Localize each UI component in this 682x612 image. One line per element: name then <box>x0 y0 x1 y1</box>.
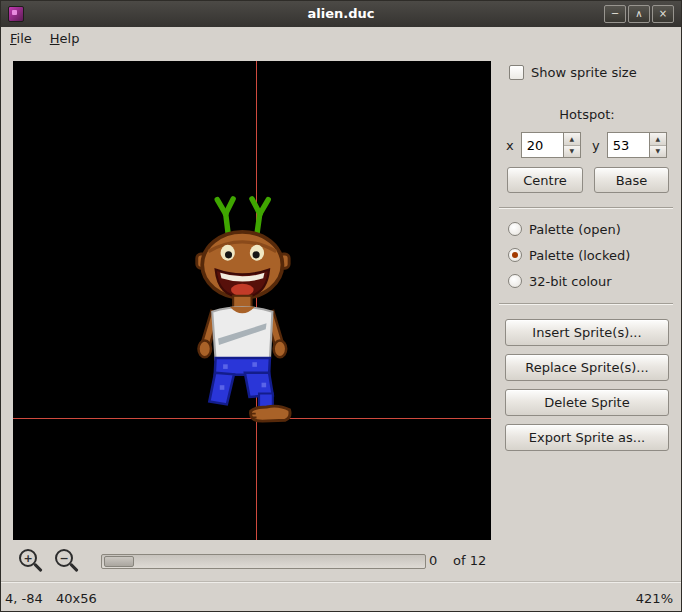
plus-glyph: + <box>23 553 32 564</box>
hotspot-y-spinbox: ▲ ▼ <box>607 132 667 158</box>
insert-sprites-button[interactable]: Insert Sprite(s)... <box>505 319 669 346</box>
hotspot-y-spin-buttons: ▲ ▼ <box>649 132 667 158</box>
status-cursor-coords: 4, -84 <box>5 591 43 606</box>
export-sprite-button[interactable]: Export Sprite as... <box>505 424 669 451</box>
hotspot-y-decrement-button[interactable]: ▼ <box>650 145 666 158</box>
radio-icon <box>508 274 522 288</box>
delete-sprite-button[interactable]: Delete Sprite <box>505 389 669 416</box>
replace-sprites-button[interactable]: Replace Sprite(s)... <box>505 354 669 381</box>
sprite-canvas[interactable] <box>13 61 491 540</box>
menu-help-accel: H <box>50 31 60 46</box>
zoom-in-icon: + <box>19 549 37 567</box>
maximize-icon: ∧ <box>635 9 642 19</box>
frame-current: 0 <box>429 553 437 568</box>
panel-separator <box>499 303 673 305</box>
frame-total: of 12 <box>453 553 486 568</box>
centre-button[interactable]: Centre <box>507 167 583 193</box>
hotspot-y-increment-button[interactable]: ▲ <box>650 133 666 145</box>
close-icon: × <box>659 9 667 19</box>
titlebar[interactable]: alien.duc ─ ∧ × <box>1 1 681 27</box>
alien-sprite-image <box>159 193 329 427</box>
hotspot-x-increment-button[interactable]: ▲ <box>564 133 580 145</box>
menu-file-rest: ile <box>17 31 32 46</box>
menu-help-rest: elp <box>60 31 80 46</box>
status-sprite-size: 40x56 <box>56 591 97 606</box>
statusbar-separator <box>1 581 681 583</box>
spin-down-icon: ▼ <box>655 148 660 154</box>
hotspot-y-row: y ▲ ▼ <box>592 132 667 158</box>
hotspot-x-spinbox: ▲ ▼ <box>521 132 581 158</box>
hotspot-y-input[interactable] <box>607 132 649 158</box>
app-window: alien.duc ─ ∧ × File Help <box>0 0 682 612</box>
radio-palette-locked-label: Palette (locked) <box>529 248 630 263</box>
frame-slider[interactable] <box>101 554 426 569</box>
minimize-button[interactable]: ─ <box>604 5 626 23</box>
panel-separator <box>499 207 673 209</box>
hotspot-x-decrement-button[interactable]: ▼ <box>564 145 580 158</box>
show-sprite-size-checkbox[interactable] <box>509 65 524 80</box>
hotspot-x-spin-buttons: ▲ ▼ <box>563 132 581 158</box>
minus-glyph: − <box>59 553 68 564</box>
status-zoom-level: 421% <box>636 591 673 606</box>
minimize-icon: ─ <box>612 9 618 19</box>
hotspot-x-row: x ▲ ▼ <box>506 132 581 158</box>
hotspot-x-input[interactable] <box>521 132 563 158</box>
show-sprite-size-label: Show sprite size <box>531 65 637 80</box>
radio-palette-open[interactable]: Palette (open) <box>508 221 621 237</box>
hotspot-y-label: y <box>592 138 600 153</box>
zoom-in-button[interactable]: + <box>19 549 49 577</box>
window-title: alien.duc <box>1 6 681 21</box>
zoom-out-icon: − <box>55 549 73 567</box>
zoom-out-button[interactable]: − <box>55 549 85 577</box>
window-controls: ─ ∧ × <box>604 5 674 23</box>
maximize-button[interactable]: ∧ <box>628 5 650 23</box>
show-sprite-size-option: Show sprite size <box>509 64 637 80</box>
frame-slider-handle[interactable] <box>104 556 134 567</box>
radio-icon <box>508 248 522 262</box>
radio-32bit-colour-label: 32-bit colour <box>529 274 612 289</box>
menu-help[interactable]: Help <box>41 27 89 51</box>
base-button[interactable]: Base <box>594 167 669 193</box>
menu-file[interactable]: File <box>1 27 41 51</box>
radio-palette-open-label: Palette (open) <box>529 222 621 237</box>
radio-palette-locked[interactable]: Palette (locked) <box>508 247 630 263</box>
radio-32bit-colour[interactable]: 32-bit colour <box>508 273 612 289</box>
close-button[interactable]: × <box>652 5 674 23</box>
menubar: File Help <box>1 27 681 51</box>
spin-up-icon: ▲ <box>569 136 574 142</box>
spin-down-icon: ▼ <box>569 148 574 154</box>
hotspot-x-label: x <box>506 138 514 153</box>
hotspot-label: Hotspot: <box>501 107 673 122</box>
spin-up-icon: ▲ <box>655 136 660 142</box>
radio-icon <box>508 222 522 236</box>
